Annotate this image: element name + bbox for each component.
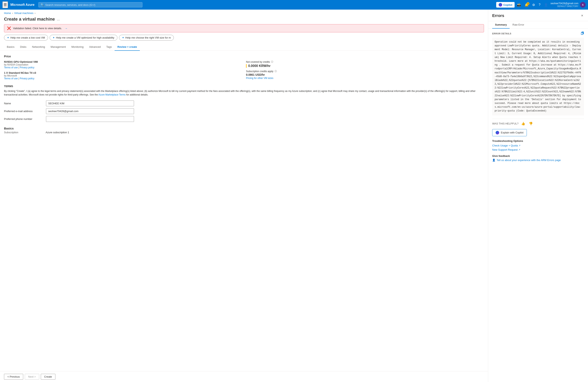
notifications-btn[interactable]: 🔔 2: [524, 2, 530, 8]
divider-1: [492, 119, 584, 119]
terms-text: By clicking "Create", I (a) agree to the…: [4, 89, 484, 96]
feedback-link[interactable]: 👤 Tell us about your experience with the…: [492, 159, 584, 162]
products-col: NVIDIA GPU-Optimized VMI by NVIDIA Corpo…: [4, 60, 242, 80]
feedback-icon-btn[interactable]: 📸: [516, 2, 522, 8]
page-more-btn[interactable]: ...: [57, 17, 60, 21]
tab-review-create[interactable]: Review + create: [115, 43, 140, 51]
tab-basics[interactable]: Basics: [4, 43, 17, 51]
product1-privacy[interactable]: Privacy policy: [20, 66, 34, 69]
previous-button[interactable]: < Previous: [4, 374, 23, 380]
tab-networking[interactable]: Networking: [29, 43, 48, 51]
explain-copilot-icon: [496, 131, 499, 134]
ai-btn-low-cost-label: Help me create a low cost VM: [10, 36, 45, 39]
sparkle-icon-3: ✦: [122, 36, 124, 39]
basics-form-grid: Subscription Azure subscription 1: [4, 131, 484, 134]
main-layout: Home › Virtual machines › Create a virtu…: [0, 10, 588, 382]
tab-tags[interactable]: Tags: [104, 43, 115, 51]
tab-management[interactable]: Management: [48, 43, 69, 51]
feedback-link-label: Tell us about your experience with the A…: [497, 159, 561, 162]
top-navigation: ☰ Microsoft Azure 🔍 Copilot 📸 🔔 2 ⚙ ? 👤 …: [0, 0, 588, 10]
name-input[interactable]: [46, 100, 134, 106]
copy-icon[interactable]: 🗍: [581, 32, 584, 35]
main-tabs: Basics Disks Networking Management Monit…: [0, 43, 488, 51]
price2-amount: 0.0861 USD/hr: [246, 73, 484, 76]
thumbs-up-btn[interactable]: 👍: [520, 121, 526, 126]
subscription-label: Subscription: [4, 131, 44, 134]
avatar[interactable]: S: [580, 2, 586, 8]
validation-banner[interactable]: ❌ Validation failed. Click here to view …: [4, 24, 484, 32]
errors-close-btn[interactable]: ×: [580, 13, 584, 19]
product2-privacy[interactable]: Privacy policy: [20, 77, 34, 80]
error-details-title: ERROR DETAILS: [492, 32, 511, 35]
user-info[interactable]: seohee70428@gmail.com DEFAULT DIRECTORY …: [550, 2, 586, 8]
error-details-label: ERROR DETAILS 🗍: [492, 32, 584, 35]
directory-btn[interactable]: 👤: [543, 2, 549, 8]
create-button[interactable]: Create: [41, 374, 55, 380]
thumbs-down-btn[interactable]: 👎: [528, 121, 534, 126]
brand-name: Microsoft Azure: [10, 3, 34, 7]
bottom-bar: < Previous Next > Create: [0, 371, 488, 382]
help-btn[interactable]: ?: [537, 2, 542, 8]
breadcrumb: Home › Virtual machines ›: [0, 10, 488, 15]
error-details-area: ERROR DETAILS 🗍 Operation could not be c…: [488, 29, 588, 382]
copilot-button[interactable]: Copilot: [496, 2, 515, 8]
search-input[interactable]: [45, 3, 140, 6]
ai-btn-high-avail[interactable]: ✦ Help me create a VM optimized for high…: [50, 35, 117, 40]
validation-link[interactable]: →: [65, 27, 68, 30]
breadcrumb-home[interactable]: Home: [4, 12, 11, 15]
troubleshooting-title: Troubleshooting Options: [492, 139, 584, 142]
new-support-link[interactable]: New Support Request ↗: [492, 148, 584, 151]
contact-form: Name Preferred e-mail address Preferred …: [4, 100, 484, 122]
external-link-icon-1: ↗: [519, 144, 520, 147]
explain-with-copilot-btn[interactable]: Explain with Copilot: [492, 129, 527, 136]
user-dir: DEFAULT DIRECTORY: [550, 5, 578, 8]
feedback-title: Give feedback: [492, 154, 584, 157]
price1-amount: 0.0000 KRW/hr: [248, 64, 484, 68]
product1-links: Terms of use | Privacy policy: [4, 66, 242, 69]
email-input[interactable]: [46, 108, 134, 114]
terms-title: TERMS: [4, 85, 484, 88]
hamburger-menu[interactable]: ☰: [2, 1, 8, 8]
phone-input[interactable]: [46, 116, 134, 122]
price-values-col: Not covered by credits ⓘ 0.0000 KRW/hr S…: [246, 60, 484, 80]
product1-terms[interactable]: Terms of use: [4, 66, 18, 69]
search-icon: 🔍: [41, 3, 44, 6]
ai-btn-low-cost[interactable]: ✦ Help me create a low cost VM: [4, 35, 48, 40]
terms-text-body: By clicking "Create", I (a) agree to the…: [4, 90, 476, 96]
terms-marketplace-link[interactable]: Azure Marketplace Terms: [98, 93, 126, 96]
helpful-label: WAS THIS HELPFUL?: [492, 122, 518, 125]
panel-tab-summary[interactable]: Summary: [492, 21, 510, 29]
info-icon-1[interactable]: ⓘ: [271, 60, 273, 63]
panel-tab-raw-error[interactable]: Raw Error: [510, 21, 527, 29]
product1-name: NVIDIA GPU-Optimized VMI: [4, 60, 242, 63]
pricing-other-sizes[interactable]: Pricing for other VM sizes: [246, 77, 273, 79]
price-section-title: Price: [4, 55, 484, 58]
terms-text-end: for additional details.: [126, 93, 148, 96]
validation-text: Validation failed. Click here to view de…: [13, 27, 62, 30]
tab-advanced[interactable]: Advanced: [86, 43, 104, 51]
ai-btn-high-avail-label: Help me create a VM optimized for high a…: [56, 36, 114, 39]
ai-btn-vm-size[interactable]: ✦ Help me choose the right VM size for m: [119, 35, 174, 40]
search-bar[interactable]: 🔍: [38, 2, 142, 7]
tab-disks[interactable]: Disks: [17, 43, 29, 51]
page-title-row: Create a virtual machine ...: [0, 15, 488, 24]
check-usage-label: Check Usage + Quota: [492, 144, 518, 147]
errors-title: Errors: [492, 13, 504, 18]
info-icon-2[interactable]: ⓘ: [274, 70, 277, 73]
breadcrumb-vms[interactable]: Virtual machines: [14, 12, 33, 15]
errors-panel: Errors × Summary Raw Error ERROR DETAILS…: [488, 10, 588, 382]
sparkle-icon-2: ✦: [53, 36, 55, 39]
product2-terms[interactable]: Terms of use: [4, 77, 18, 80]
price-grid: NVIDIA GPU-Optimized VMI by NVIDIA Corpo…: [4, 60, 484, 80]
name-label: Name: [4, 102, 44, 105]
ai-buttons-row: ✦ Help me create a low cost VM ✦ Help me…: [0, 35, 488, 43]
page-title: Create a virtual machine: [4, 17, 55, 22]
copilot-icon: [499, 3, 502, 7]
settings-btn[interactable]: ⚙: [531, 2, 536, 8]
next-button[interactable]: Next >: [25, 374, 39, 380]
breadcrumb-sep1: ›: [12, 12, 13, 15]
panel-tabs: Summary Raw Error: [488, 21, 588, 29]
copilot-label: Copilot: [504, 3, 512, 6]
check-usage-link[interactable]: Check Usage + Quota ↗: [492, 144, 584, 147]
tab-monitoring[interactable]: Monitoring: [69, 43, 86, 51]
